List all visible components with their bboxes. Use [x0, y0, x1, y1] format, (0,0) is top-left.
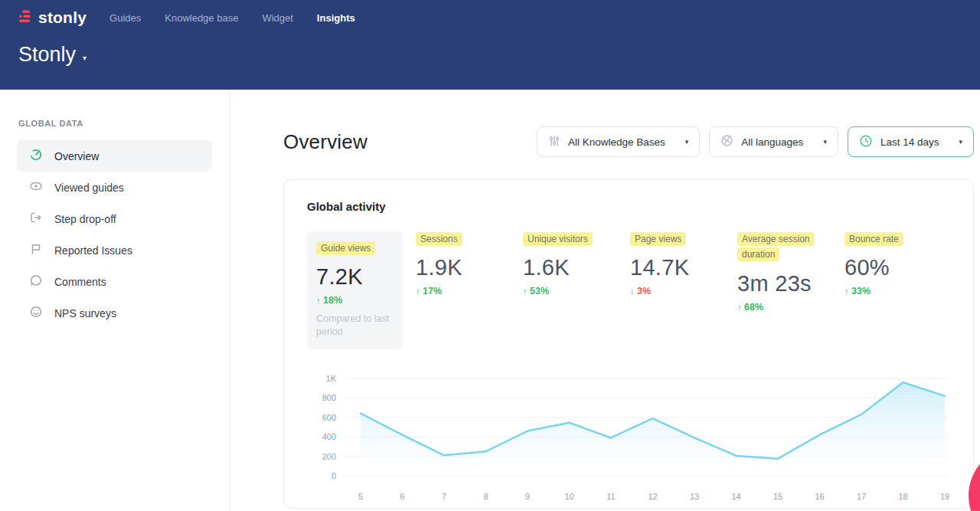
arrow-up-icon: ↑	[523, 287, 528, 296]
sidebar: GLOBAL DATA Overview Viewed guides	[0, 90, 230, 511]
sidebar-item-label: Comments	[54, 276, 106, 288]
nav-item-guides[interactable]: Guides	[109, 12, 141, 24]
svg-text:10: 10	[564, 492, 573, 501]
svg-text:0: 0	[332, 471, 336, 480]
metric-compare-note: Compared to last period	[316, 313, 394, 339]
metric-value: 14.7K	[630, 255, 737, 280]
svg-text:800: 800	[322, 394, 336, 403]
chevron-down-icon: ▾	[685, 138, 689, 146]
arrow-up-icon: ↑	[737, 303, 742, 312]
metrics-row: Guide views 7.2K ↑ 18% Compared to last …	[307, 231, 958, 349]
metric-delta: ↑ 53%	[523, 286, 630, 296]
sidebar-item-overview[interactable]: Overview	[17, 140, 212, 172]
smiley-icon	[29, 305, 43, 321]
sliders-icon	[548, 135, 560, 149]
svg-text:12: 12	[648, 492, 657, 501]
svg-text:200: 200	[322, 452, 336, 461]
knowledge-bases-dropdown[interactable]: All Knowledge Bases ▾	[537, 126, 700, 157]
svg-text:8: 8	[483, 492, 488, 501]
metric-guide-views[interactable]: Guide views 7.2K ↑ 18% Compared to last …	[307, 231, 403, 349]
metric-delta: ↓ 3%	[630, 286, 737, 296]
arrow-down-icon: ↓	[630, 287, 635, 296]
sidebar-item-label: Viewed guides	[54, 182, 124, 194]
eye-icon	[29, 179, 43, 195]
metric-value: 3m 23s	[737, 271, 844, 296]
workspace-caret-icon[interactable]: ▾	[83, 47, 87, 62]
arrow-up-icon: ↑	[416, 287, 420, 296]
comment-icon	[29, 274, 43, 290]
svg-text:19: 19	[940, 492, 949, 501]
workspace-row: Stonly ▾	[0, 27, 980, 67]
sidebar-item-comments[interactable]: Comments	[17, 266, 212, 297]
filters-row: All Knowledge Bases ▾ All languages ▾	[537, 126, 974, 157]
main-panel: Overview All Knowledge Bases ▾	[230, 90, 980, 511]
metric-value: 7.2K	[316, 264, 394, 290]
metric-label: Guide views	[316, 241, 375, 255]
activity-chart: 02004006008001K5678910111213141516171819	[307, 369, 958, 511]
page-content: GLOBAL DATA Overview Viewed guides	[0, 90, 980, 511]
nav-item-insights[interactable]: Insights	[317, 12, 355, 24]
app-header: stonly Guides Knowledge base Widget Insi…	[0, 0, 980, 90]
top-nav: stonly Guides Knowledge base Widget Insi…	[0, 0, 980, 27]
svg-text:9: 9	[525, 492, 530, 501]
sidebar-item-label: Reported Issues	[54, 244, 132, 257]
step-exit-icon	[29, 211, 43, 227]
svg-text:7: 7	[442, 492, 446, 501]
activity-chart-svg: 02004006008001K5678910111213141516171819	[307, 369, 958, 509]
svg-text:17: 17	[857, 492, 866, 501]
svg-text:15: 15	[773, 492, 782, 501]
arrow-up-icon: ↑	[316, 296, 321, 305]
metric-label: Page views	[630, 232, 686, 246]
metric-label: Unique visitors	[523, 232, 593, 246]
metric-delta: ↑ 68%	[737, 302, 844, 313]
globe-icon	[720, 134, 733, 149]
chevron-down-icon: ▾	[823, 138, 827, 146]
metric-avg-session-duration[interactable]: Average session duration 3m 23s ↑ 68%	[737, 231, 844, 313]
date-range-value: Last 14 days	[880, 136, 939, 148]
sidebar-item-viewed-guides[interactable]: Viewed guides	[17, 172, 212, 203]
metric-page-views[interactable]: Page views 14.7K ↓ 3%	[630, 231, 737, 296]
svg-text:11: 11	[606, 492, 615, 501]
metric-delta: ↑ 33%	[844, 286, 952, 296]
primary-nav: Guides Knowledge base Widget Insights	[109, 12, 355, 24]
nav-item-knowledge-base[interactable]: Knowledge base	[165, 12, 238, 24]
sidebar-item-step-drop-off[interactable]: Step drop-off	[17, 203, 212, 234]
sidebar-item-nps-surveys[interactable]: NPS surveys	[17, 297, 212, 329]
clock-icon	[859, 134, 873, 150]
metric-label: Sessions	[416, 232, 462, 246]
stonly-logo-text: stonly	[38, 8, 87, 27]
metric-value: 1.6K	[523, 255, 630, 280]
svg-text:600: 600	[322, 413, 336, 422]
languages-value: All languages	[741, 136, 803, 148]
svg-text:14: 14	[731, 492, 740, 501]
svg-text:18: 18	[898, 492, 907, 501]
metric-unique-visitors[interactable]: Unique visitors 1.6K ↑ 53%	[523, 231, 630, 296]
date-range-dropdown[interactable]: Last 14 days ▾	[848, 126, 974, 157]
page-title: Overview	[283, 130, 368, 154]
card-title: Global activity	[307, 200, 958, 213]
sidebar-item-reported-issues[interactable]: Reported Issues	[17, 234, 212, 266]
languages-dropdown[interactable]: All languages ▾	[709, 126, 838, 157]
global-activity-card: Global activity Guide views 7.2K ↑ 18% C…	[283, 179, 974, 509]
sidebar-item-label: Overview	[54, 150, 99, 162]
gauge-icon	[29, 148, 43, 164]
chevron-down-icon: ▾	[959, 138, 962, 146]
svg-text:5: 5	[358, 492, 363, 501]
metric-sessions[interactable]: Sessions 1.9K ↑ 17%	[416, 231, 523, 296]
sidebar-item-label: Step drop-off	[54, 213, 116, 225]
sidebar-item-label: NPS surveys	[54, 307, 116, 319]
knowledge-bases-value: All Knowledge Bases	[568, 136, 665, 148]
stonly-logo[interactable]: stonly	[18, 8, 87, 27]
metric-bounce-rate[interactable]: Bounce rate 60% ↑ 33%	[844, 231, 952, 296]
svg-text:1K: 1K	[326, 374, 337, 383]
svg-text:16: 16	[815, 492, 824, 501]
metric-label: Average session duration	[737, 232, 815, 261]
svg-text:400: 400	[322, 432, 336, 441]
metric-value: 1.9K	[416, 255, 523, 280]
arrow-up-icon: ↑	[844, 287, 849, 296]
metric-delta: ↑ 17%	[416, 286, 523, 296]
nav-item-widget[interactable]: Widget	[262, 12, 292, 24]
sidebar-section-label: GLOBAL DATA	[0, 119, 229, 128]
svg-text:6: 6	[400, 492, 404, 501]
svg-text:13: 13	[690, 492, 699, 501]
